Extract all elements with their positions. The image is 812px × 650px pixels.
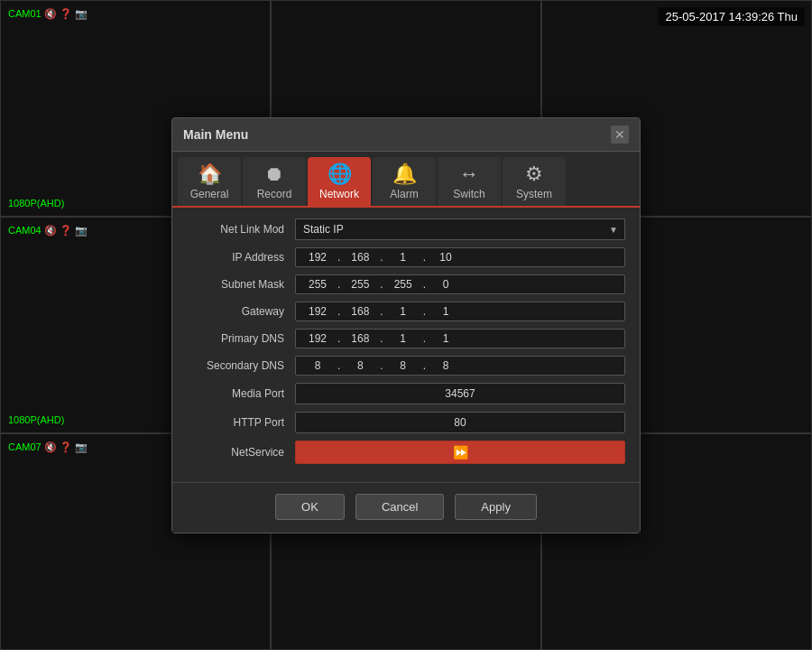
- gw-dot-3: .: [423, 305, 426, 318]
- tab-general[interactable]: 🏠 General: [178, 157, 241, 206]
- netservice-icon: ⏩: [453, 445, 468, 460]
- pdns-dot-2: .: [380, 332, 383, 345]
- sdns-o2[interactable]: [344, 359, 376, 372]
- tab-nav: 🏠 General ⏺ Record 🌐 Network 🔔 Alarm ↔ S…: [172, 152, 640, 208]
- dialog-buttons: OK Cancel Apply: [172, 482, 640, 533]
- dialog-close-button[interactable]: ✕: [611, 125, 629, 144]
- alarm-icon: 🔔: [392, 162, 417, 186]
- primary-dns-field: . . .: [295, 329, 625, 348]
- net-link-mod-label: Net Link Mod: [187, 223, 295, 236]
- sm-dot-2: .: [380, 278, 383, 291]
- primary-dns-input-group: . . .: [295, 329, 625, 348]
- media-port-label: Media Port: [187, 387, 295, 400]
- sm-o4[interactable]: [429, 278, 462, 291]
- ip-o2[interactable]: [344, 251, 376, 264]
- ip-o1[interactable]: [301, 251, 334, 264]
- http-port-row: HTTP Port: [187, 412, 625, 433]
- secondary-dns-row: Secondary DNS . . .: [187, 356, 625, 376]
- gw-o1[interactable]: [301, 305, 334, 318]
- dialog-title: Main Menu: [183, 127, 248, 142]
- subnet-mask-label: Subnet Mask: [187, 278, 295, 291]
- sdns-dot-1: .: [337, 359, 340, 372]
- tab-system-label: System: [516, 188, 552, 200]
- gateway-label: Gateway: [187, 305, 295, 318]
- netservice-row: NetService ⏩: [187, 441, 625, 464]
- ip-o4[interactable]: [429, 251, 462, 264]
- tab-network-label: Network: [319, 188, 359, 200]
- ip-address-label: IP Address: [187, 251, 295, 264]
- switch-icon: ↔: [459, 162, 479, 186]
- net-link-mod-value: Static IP DHCP PPPoE ▼: [295, 218, 625, 240]
- general-icon: 🏠: [198, 162, 222, 186]
- record-icon: ⏺: [264, 162, 284, 186]
- tab-alarm-label: Alarm: [390, 188, 418, 200]
- ok-button[interactable]: OK: [275, 494, 345, 520]
- netservice-button[interactable]: ⏩: [295, 441, 625, 464]
- net-link-mod-row: Net Link Mod Static IP DHCP PPPoE ▼: [187, 218, 625, 240]
- pdns-o3[interactable]: [387, 332, 420, 345]
- apply-button[interactable]: Apply: [455, 494, 537, 520]
- pdns-dot-3: .: [423, 332, 426, 345]
- sm-dot-1: .: [337, 278, 340, 291]
- subnet-mask-row: Subnet Mask . . .: [187, 274, 625, 294]
- gw-dot-2: .: [380, 305, 383, 318]
- net-link-mod-wrapper[interactable]: Static IP DHCP PPPoE ▼: [295, 218, 625, 240]
- secondary-dns-input-group: . . .: [295, 356, 625, 376]
- dialog-titlebar: Main Menu ✕: [172, 118, 640, 152]
- pdns-o2[interactable]: [344, 332, 376, 345]
- media-port-row: Media Port: [187, 383, 625, 404]
- sm-o3[interactable]: [387, 278, 420, 291]
- ip-dot-2: .: [380, 251, 383, 264]
- http-port-input[interactable]: [295, 412, 625, 433]
- sm-o1[interactable]: [301, 278, 334, 291]
- sdns-dot-2: .: [380, 359, 383, 372]
- main-menu-dialog: Main Menu ✕ 🏠 General ⏺ Record 🌐 Network…: [171, 117, 641, 534]
- network-content: Net Link Mod Static IP DHCP PPPoE ▼ IP A…: [172, 208, 640, 482]
- netservice-label: NetService: [187, 446, 295, 459]
- tab-system[interactable]: ⚙ System: [503, 157, 566, 206]
- ip-address-input-group: . . .: [295, 247, 625, 267]
- ip-o3[interactable]: [387, 251, 420, 264]
- ip-address-row: IP Address . . .: [187, 247, 625, 267]
- gw-o3[interactable]: [387, 305, 420, 318]
- ip-dot-1: .: [337, 251, 340, 264]
- primary-dns-label: Primary DNS: [187, 332, 295, 345]
- dialog-overlay: Main Menu ✕ 🏠 General ⏺ Record 🌐 Network…: [0, 0, 812, 650]
- gateway-input-group: . . .: [295, 302, 625, 321]
- tab-switch-label: Switch: [453, 188, 484, 200]
- pdns-o1[interactable]: [301, 332, 334, 345]
- sdns-o4[interactable]: [429, 359, 462, 372]
- gw-o4[interactable]: [429, 305, 462, 318]
- tab-record-label: Record: [257, 188, 292, 200]
- sm-o2[interactable]: [344, 278, 376, 291]
- gw-o2[interactable]: [344, 305, 376, 318]
- system-icon: ⚙: [525, 162, 543, 186]
- tab-switch[interactable]: ↔ Switch: [438, 157, 501, 206]
- subnet-mask-input-group: . . .: [295, 274, 625, 294]
- gateway-field: . . .: [295, 302, 625, 321]
- http-port-field: [295, 412, 625, 433]
- cancel-button[interactable]: Cancel: [355, 494, 444, 520]
- secondary-dns-label: Secondary DNS: [187, 359, 295, 372]
- media-port-field: [295, 383, 625, 404]
- secondary-dns-field: . . .: [295, 356, 625, 376]
- tab-network[interactable]: 🌐 Network: [308, 157, 371, 206]
- sm-dot-3: .: [423, 278, 426, 291]
- http-port-label: HTTP Port: [187, 416, 295, 429]
- net-link-mod-select[interactable]: Static IP DHCP PPPoE: [295, 218, 625, 240]
- pdns-dot-1: .: [337, 332, 340, 345]
- ip-dot-3: .: [423, 251, 426, 264]
- sdns-dot-3: .: [423, 359, 426, 372]
- ip-address-field: . . .: [295, 247, 625, 267]
- tab-alarm[interactable]: 🔔 Alarm: [373, 157, 436, 206]
- primary-dns-row: Primary DNS . . .: [187, 329, 625, 348]
- gw-dot-1: .: [337, 305, 340, 318]
- gateway-row: Gateway . . .: [187, 302, 625, 321]
- sdns-o1[interactable]: [301, 359, 334, 372]
- sdns-o3[interactable]: [387, 359, 420, 372]
- pdns-o4[interactable]: [429, 332, 462, 345]
- tab-record[interactable]: ⏺ Record: [243, 157, 306, 206]
- netservice-field: ⏩: [295, 441, 625, 464]
- network-icon: 🌐: [328, 162, 352, 186]
- media-port-input[interactable]: [295, 383, 625, 404]
